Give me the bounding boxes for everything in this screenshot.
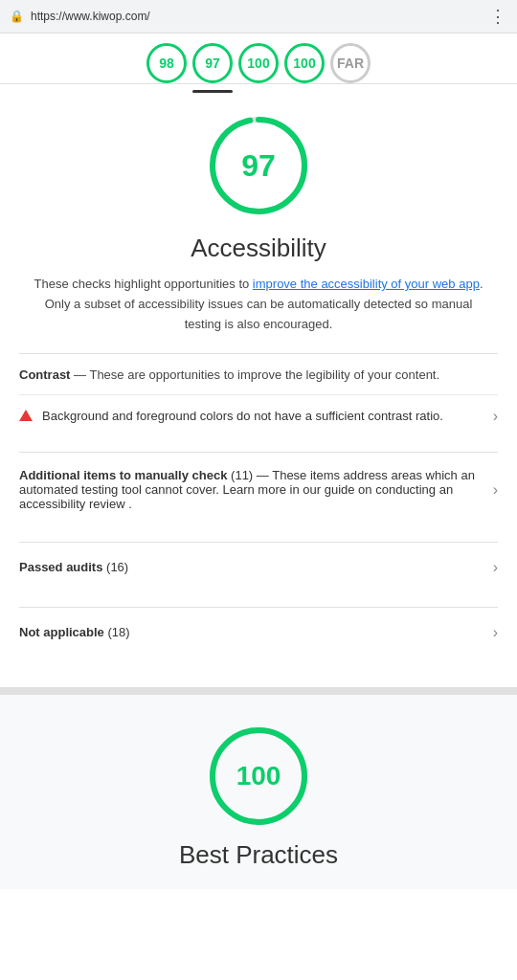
section-description: These checks highlight opportunities to …	[19, 275, 498, 334]
score-circle-container: 97	[19, 84, 498, 234]
warning-triangle-icon	[19, 410, 33, 421]
not-applicable-label: Not applicable (18)	[19, 625, 130, 639]
spacer-4	[19, 657, 498, 672]
manual-check-label: Additional items to manually check (11) …	[19, 468, 485, 511]
accessibility-link[interactable]: improve the accessibility of your web ap…	[253, 277, 480, 291]
main-content: 97 Accessibility These checks highlight …	[0, 84, 517, 687]
manual-check-collapsible[interactable]: Additional items to manually check (11) …	[19, 452, 498, 526]
best-practices-title: Best Practices	[179, 840, 338, 870]
spacer-2	[19, 526, 498, 542]
browser-bar: 🔒 https://www.kiwop.com/ ⋮	[0, 0, 517, 33]
score-tabs-row: 98 97 100 100 FAR	[0, 33, 517, 84]
passed-audits-label: Passed audits (16)	[19, 560, 128, 574]
score-tab-performance[interactable]: 98	[146, 43, 187, 83]
score-tab-best-practices[interactable]: 100	[238, 43, 279, 83]
best-practices-score-circle: 100	[206, 724, 311, 829]
best-practices-section: 100 Best Practices	[0, 687, 517, 889]
spacer-3	[19, 591, 498, 607]
score-tab-seo[interactable]: 100	[284, 43, 325, 83]
not-applicable-chevron-icon: ›	[493, 624, 498, 641]
score-circle: 97	[206, 113, 311, 218]
not-applicable-collapsible[interactable]: Not applicable (18) ›	[19, 607, 498, 657]
passed-audits-chevron-icon: ›	[493, 559, 498, 576]
score-tab-far[interactable]: FAR	[330, 43, 371, 83]
spacer-5	[19, 672, 498, 687]
audit-item-text: Background and foreground colors do not …	[42, 407, 443, 426]
passed-audits-collapsible[interactable]: Passed audits (16) ›	[19, 542, 498, 591]
contrast-group-label: Contrast — These are opportunities to im…	[19, 366, 498, 385]
best-practices-score-value: 100	[236, 761, 281, 791]
spacer-1	[19, 436, 498, 452]
manual-check-chevron-icon: ›	[493, 481, 498, 499]
chevron-down-icon: ›	[493, 408, 498, 425]
score-value: 97	[241, 148, 276, 184]
lock-icon: 🔒	[10, 10, 23, 23]
divider-1	[19, 353, 498, 354]
score-tab-accessibility[interactable]: 97	[192, 43, 233, 83]
manual-check-section: Additional items to manually check (11) …	[19, 452, 498, 526]
section-title: Accessibility	[19, 234, 498, 263]
url-bar[interactable]: https://www.kiwop.com/	[31, 10, 482, 23]
audit-item-contrast[interactable]: Background and foreground colors do not …	[19, 394, 498, 437]
browser-menu-icon[interactable]: ⋮	[489, 6, 507, 27]
